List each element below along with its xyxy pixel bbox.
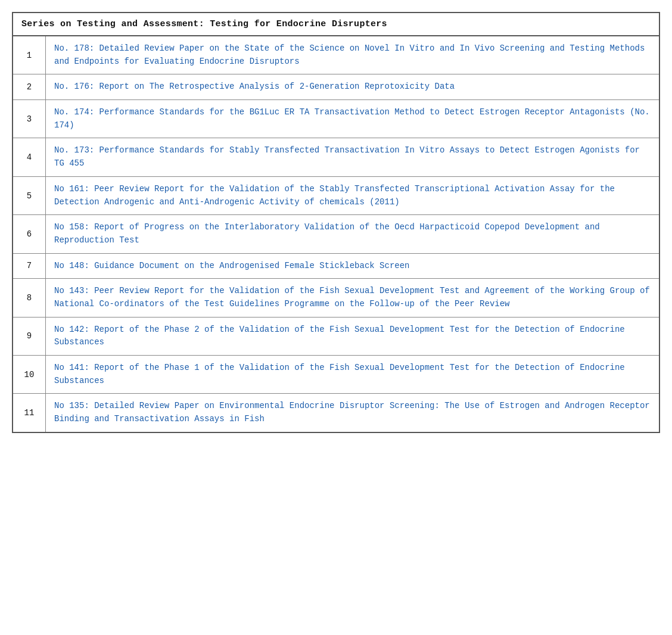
row-number: 8: [13, 279, 46, 316]
table-row[interactable]: 6No 158: Report of Progress on the Inter…: [13, 215, 659, 253]
row-content[interactable]: No 142: Report of the Phase 2 of the Val…: [46, 318, 659, 355]
row-content[interactable]: No 141: Report of the Phase 1 of the Val…: [46, 356, 659, 393]
row-number: 11: [13, 394, 46, 431]
row-content[interactable]: No 143: Peer Review Report for the Valid…: [46, 279, 659, 316]
row-content[interactable]: No 135: Detailed Review Paper on Environ…: [46, 394, 659, 431]
row-content[interactable]: No. 176: Report on The Retrospective Ana…: [46, 74, 659, 99]
row-content[interactable]: No 158: Report of Progress on the Interl…: [46, 215, 659, 253]
row-number: 7: [13, 254, 46, 279]
table-header: Series on Testing and Assessment: Testin…: [13, 13, 659, 36]
table-row[interactable]: 8No 143: Peer Review Report for the Vali…: [13, 279, 659, 317]
row-content[interactable]: No 161: Peer Review Report for the Valid…: [46, 177, 659, 214]
table-row[interactable]: 4No. 173: Performance Standards for Stab…: [13, 138, 659, 176]
row-number: 4: [13, 138, 46, 176]
row-content[interactable]: No. 174: Performance Standards for the B…: [46, 100, 659, 138]
table-row[interactable]: 5No 161: Peer Review Report for the Vali…: [13, 177, 659, 215]
main-table: Series on Testing and Assessment: Testin…: [12, 12, 660, 433]
table-row[interactable]: 7No 148: Guidance Document on the Androg…: [13, 254, 659, 279]
table-row[interactable]: 10No 141: Report of the Phase 1 of the V…: [13, 356, 659, 394]
table-row[interactable]: 9No 142: Report of the Phase 2 of the Va…: [13, 318, 659, 356]
row-number: 1: [13, 36, 46, 74]
table-row[interactable]: 11No 135: Detailed Review Paper on Envir…: [13, 394, 659, 431]
row-number: 6: [13, 215, 46, 253]
table-row[interactable]: 2No. 176: Report on The Retrospective An…: [13, 74, 659, 100]
row-content[interactable]: No. 178: Detailed Review Paper on the St…: [46, 36, 659, 74]
row-content[interactable]: No 148: Guidance Document on the Androge…: [46, 254, 659, 279]
table-row[interactable]: 1No. 178: Detailed Review Paper on the S…: [13, 36, 659, 74]
row-number: 3: [13, 100, 46, 138]
row-number: 10: [13, 356, 46, 393]
row-number: 5: [13, 177, 46, 214]
table-row[interactable]: 3No. 174: Performance Standards for the …: [13, 100, 659, 138]
row-number: 9: [13, 318, 46, 355]
row-number: 2: [13, 74, 46, 99]
row-content[interactable]: No. 173: Performance Standards for Stabl…: [46, 138, 659, 176]
